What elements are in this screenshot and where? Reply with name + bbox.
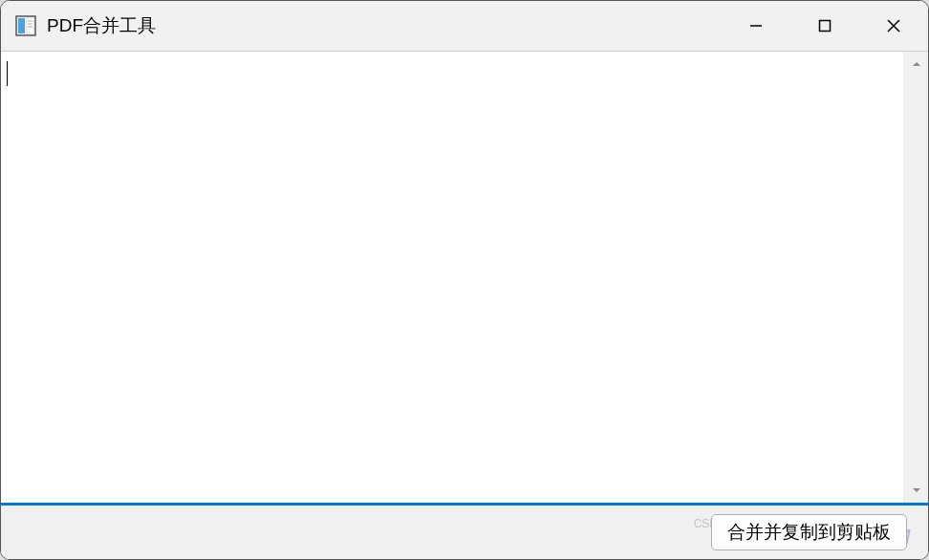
scroll-up-button[interactable] bbox=[904, 52, 928, 76]
chevron-up-icon bbox=[911, 58, 922, 70]
svg-rect-7 bbox=[820, 21, 831, 32]
close-button[interactable] bbox=[859, 1, 928, 51]
window-controls bbox=[722, 1, 928, 51]
minimize-button[interactable] bbox=[722, 1, 790, 51]
text-cursor bbox=[7, 61, 8, 86]
title-bar[interactable]: PDF合并工具 bbox=[1, 1, 928, 51]
app-window: PDF合并工具 bbox=[0, 0, 929, 560]
maximize-icon bbox=[818, 19, 832, 32]
chevron-down-icon bbox=[911, 485, 922, 496]
textarea-container bbox=[1, 51, 928, 506]
close-icon bbox=[886, 18, 901, 33]
scroll-down-button[interactable] bbox=[904, 478, 928, 503]
window-title: PDF合并工具 bbox=[47, 13, 722, 38]
svg-rect-2 bbox=[27, 18, 33, 33]
svg-rect-1 bbox=[18, 18, 25, 33]
main-textarea[interactable] bbox=[1, 52, 903, 503]
app-icon bbox=[14, 14, 37, 37]
bottom-bar: CSD 合并并复制到剪贴板 开发者 DevZe.CoM bbox=[1, 506, 928, 559]
maximize-button[interactable] bbox=[790, 1, 859, 51]
vertical-scrollbar[interactable] bbox=[903, 52, 928, 503]
content-area: CSD 合并并复制到剪贴板 开发者 DevZe.CoM bbox=[1, 51, 928, 559]
minimize-icon bbox=[748, 18, 764, 33]
merge-copy-button[interactable]: 合并并复制到剪贴板 bbox=[711, 514, 907, 550]
